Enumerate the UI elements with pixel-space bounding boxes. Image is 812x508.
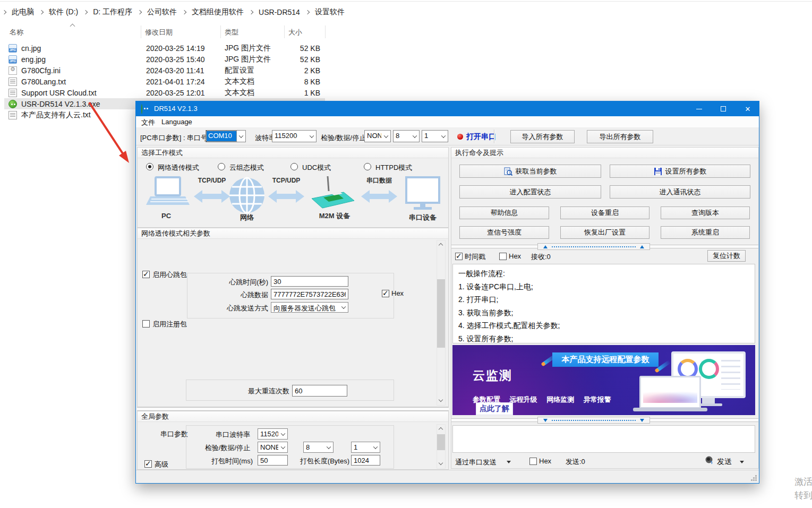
parity-select[interactable]: NONI (364, 130, 391, 142)
scroll-up-arrow[interactable] (437, 425, 445, 433)
serial-parity-select[interactable]: NONE (258, 442, 288, 453)
radio-net-transparent-mode[interactable] (146, 163, 153, 170)
send-via-serial-button[interactable]: 通过串口发送 (455, 458, 497, 467)
signal-strength-button[interactable]: 查信号强度 (459, 226, 549, 239)
breadcrumb-work-programs[interactable]: D: 工作程序 (90, 7, 135, 17)
send-splitter-handle[interactable] (537, 417, 650, 424)
close-button[interactable]: ✕ (736, 101, 760, 116)
open-port-button[interactable]: 打开串口 (466, 132, 496, 142)
column-divider[interactable] (325, 25, 326, 38)
column-header-type[interactable]: 类型 (225, 28, 238, 37)
breadcrumb-company-software[interactable]: 公司软件 (144, 7, 180, 17)
left-panel-splitter[interactable] (137, 407, 449, 411)
heartbeat-enable-checkbox[interactable] (142, 271, 150, 278)
query-version-button[interactable]: 查询版本 (661, 206, 750, 219)
pack-length-input[interactable] (351, 455, 380, 466)
maximize-button[interactable] (711, 101, 736, 116)
radio-udc-mode[interactable] (290, 163, 298, 170)
caret-down-icon[interactable] (740, 461, 744, 463)
scrollbar-thumb[interactable] (437, 279, 445, 348)
file-row[interactable]: Support USR Cloud.txt 2020-03-25 12:01 文… (4, 87, 325, 98)
com-port-select[interactable]: COM10 (206, 130, 246, 142)
radio-httpd-mode[interactable] (364, 163, 371, 170)
menu-language[interactable]: Language (161, 118, 192, 126)
receive-log[interactable]: 一般操作流程: 1. 设备连PC串口,上电; 2. 打开串口; 3. 获取当前参… (452, 264, 755, 343)
timestamp-label[interactable]: 时间戳 (465, 252, 485, 262)
set-params-button[interactable]: 设置所有参数 (610, 165, 750, 178)
heartbeat-hex-label[interactable]: Hex (391, 289, 404, 297)
send-input-area[interactable] (452, 425, 755, 453)
recv-hex-checkbox[interactable] (499, 253, 507, 260)
column-header-name[interactable]: 名称 (10, 28, 23, 37)
timestamp-checkbox[interactable] (455, 253, 463, 260)
breadcrumb-drive-d[interactable]: 软件 (D:) (46, 7, 81, 17)
heartbeat-enable-label[interactable]: 启用心跳包 (152, 270, 187, 280)
send-hex-label[interactable]: Hex (539, 457, 551, 465)
stopbits-select[interactable]: 1 (422, 130, 448, 142)
caret-down-icon[interactable] (507, 461, 511, 463)
column-divider[interactable] (284, 25, 285, 38)
advanced-checkbox[interactable] (144, 460, 152, 468)
promo-banner[interactable]: 本产品支持远程配置参数 云监测 参数配置 远程升级 网络监测 异常报警 点此了解 (452, 345, 755, 415)
enter-config-button[interactable]: 进入配置状态 (459, 185, 601, 199)
scrollbar-thumb[interactable] (437, 434, 445, 450)
reconnect-input[interactable] (292, 385, 347, 397)
title-bar[interactable]: DR514 V2.1.3 ✕ (136, 101, 759, 116)
radio-httpd-label[interactable]: HTTPD模式 (375, 163, 412, 173)
help-info-button[interactable]: 帮助信息 (459, 206, 549, 219)
radio-udc-label[interactable]: UDC模式 (302, 163, 331, 173)
banner-cta-button[interactable]: 点此了解 (476, 402, 513, 415)
serial-baud-select[interactable]: 115200 (258, 428, 288, 440)
send-button[interactable]: 发送 (717, 457, 732, 467)
enter-comm-button[interactable]: 进入通讯状态 (610, 185, 750, 199)
serial-stopbits-select[interactable]: 1 (351, 442, 380, 453)
export-params-button[interactable]: 导出所有参数 (587, 130, 653, 143)
resize-grip[interactable] (755, 479, 757, 481)
breadcrumb-docs-software[interactable]: 文档组使用软件 (189, 7, 247, 17)
global-params-scrollbar[interactable] (437, 424, 446, 469)
file-row[interactable]: G780Lang.txt 2021-04-01 17:24 文本文档 8 KB (4, 76, 325, 87)
file-row[interactable]: eng.jpg 2020-03-25 15:40 JPG 图片文件 52 KB (4, 54, 325, 65)
heartbeat-time-input[interactable] (271, 276, 348, 287)
register-enable-checkbox[interactable] (142, 320, 150, 328)
file-row[interactable]: cn.jpg 2020-03-25 14:19 JPG 图片文件 52 KB (4, 42, 325, 54)
radio-net-transparent-label[interactable]: 网络透传模式 (158, 163, 199, 173)
column-header-size[interactable]: 大小 (288, 28, 302, 37)
radio-cloud-scada-mode[interactable] (218, 163, 225, 170)
file-row[interactable]: G780Cfg.ini 2024-03-20 11:41 配置设置 2 KB (4, 65, 325, 76)
scroll-down-arrow[interactable] (437, 397, 445, 405)
menu-file[interactable]: 文件 (141, 118, 155, 127)
net-params-scrollbar[interactable] (437, 240, 446, 406)
serial-databits-select[interactable]: 8 (303, 442, 334, 453)
reset-count-button[interactable]: 复位计数 (707, 250, 746, 262)
breadcrumb-this-pc[interactable]: 此电脑 (8, 7, 37, 17)
file-type: 文本文档 (225, 77, 254, 87)
baud-select[interactable]: 115200 (272, 130, 317, 142)
heartbeat-hex-checkbox[interactable] (382, 290, 389, 297)
factory-reset-button[interactable]: 恢复出厂设置 (560, 226, 649, 239)
device-restart-button[interactable]: 设备重启 (560, 206, 649, 219)
get-params-button[interactable]: 获取当前参数 (459, 165, 601, 178)
column-divider[interactable] (141, 25, 141, 38)
scroll-up-arrow[interactable] (437, 240, 445, 249)
recv-hex-label[interactable]: Hex (509, 252, 521, 260)
send-hex-checkbox[interactable] (529, 458, 537, 465)
port-closed-icon (457, 134, 463, 140)
heartbeat-time-label: 心跳时间(秒) (189, 278, 268, 287)
column-divider[interactable] (220, 25, 221, 38)
receive-splitter-handle[interactable] (537, 243, 650, 250)
heartbeat-data-input[interactable] (271, 289, 348, 299)
register-enable-label[interactable]: 启用注册包 (152, 320, 187, 329)
import-params-button[interactable]: 导入所有参数 (510, 130, 575, 143)
advanced-label[interactable]: 高级 (155, 460, 168, 469)
radio-cloud-scada-label[interactable]: 云组态模式 (229, 163, 264, 173)
column-header-date[interactable]: 修改日期 (145, 28, 173, 37)
heartbeat-mode-select[interactable]: 向服务器发送心跳包 (271, 302, 348, 313)
file-type: 文本文档 (225, 88, 254, 98)
breadcrumb-usr-dr514[interactable]: USR-DR514 (255, 8, 303, 16)
breadcrumb-setup-software[interactable]: 设置软件 (312, 7, 348, 17)
scroll-down-arrow[interactable] (437, 460, 445, 468)
databits-select[interactable]: 8 (393, 130, 420, 142)
minimize-button[interactable] (687, 101, 711, 116)
system-restart-button[interactable]: 系统重启 (661, 226, 750, 239)
